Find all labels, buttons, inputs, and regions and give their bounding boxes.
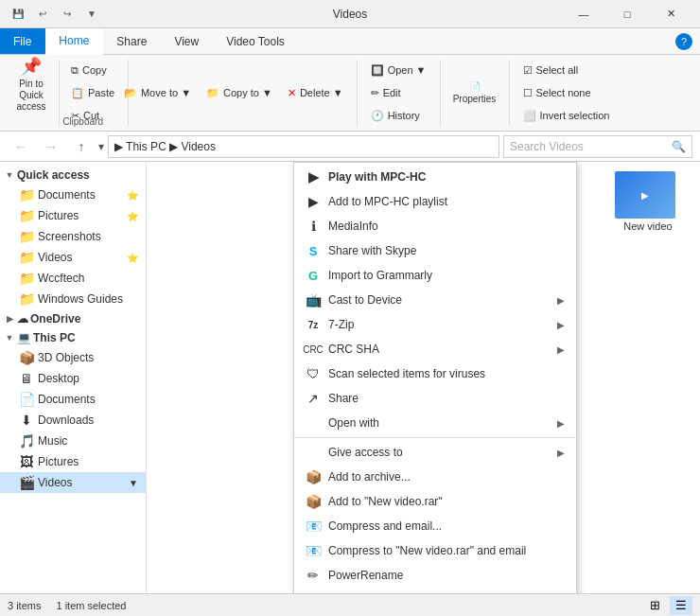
ctx-play-mpc[interactable]: ▶ Play with MPC-HC: [294, 165, 576, 189]
forward-btn[interactable]: →: [38, 135, 64, 158]
ctx-share[interactable]: ↗ Share: [294, 386, 576, 411]
add-mpc-icon: ▶: [306, 194, 321, 209]
history-btn[interactable]: 🕐 History: [365, 105, 432, 126]
od-expander: ▶: [4, 313, 15, 325]
help-btn[interactable]: ?: [675, 33, 692, 50]
status-bar: 3 items 1 item selected ⊞ ☰: [0, 593, 700, 616]
quick-undo-btn[interactable]: ↩: [32, 4, 53, 25]
close-btn[interactable]: ✕: [649, 0, 692, 28]
copy-to-btn[interactable]: 📁 Copy to ▼: [201, 82, 278, 103]
quick-redo-btn[interactable]: ↪: [57, 4, 78, 25]
select-all-btn[interactable]: ☑ Select all: [517, 60, 616, 80]
sidebar-item-pictures-pc[interactable]: 🖼 Pictures: [0, 451, 146, 472]
sidebar-item-wccftech[interactable]: 📁 Wccftech: [0, 268, 146, 289]
title-bar: 💾 ↩ ↪ ▼ Videos — □ ✕: [0, 0, 700, 28]
select-none-btn[interactable]: ☐ Select none: [517, 82, 616, 103]
file-item[interactable]: ▶ New video: [615, 171, 681, 232]
recent-locations-btn[interactable]: ▾: [98, 140, 104, 153]
sidebar-item-downloads[interactable]: ⬇ Downloads: [0, 410, 146, 431]
properties-main-btn[interactable]: 📄 Properties: [448, 64, 501, 121]
grid-view-btn[interactable]: ⊞: [643, 596, 666, 615]
ctx-cast[interactable]: 📺 Cast to Device ▶: [294, 288, 576, 312]
ribbon-content: 📌 Pin to Quick access ⧉ Copy 📋 Paste ✂ C…: [0, 55, 700, 131]
compress-rar-icon: 📧: [306, 543, 321, 558]
open-properties-btn[interactable]: 🔲 Open ▼: [365, 60, 432, 80]
windows-guides-icon: 📁: [19, 291, 34, 307]
tab-video-tools[interactable]: Video Tools: [213, 28, 299, 54]
sidebar-item-desktop[interactable]: 🖥 Desktop: [0, 368, 146, 389]
view-controls: ⊞ ☰: [643, 596, 692, 615]
give-access-arrow: ▶: [557, 448, 565, 458]
ctx-add-rar[interactable]: 📦 Add to "New video.rar": [294, 489, 576, 514]
move-icon: 📂: [124, 87, 137, 99]
ctx-compress-rar-email[interactable]: 📧 Compress to "New video.rar" and email: [294, 538, 576, 563]
ctx-sep-1: [294, 437, 576, 438]
list-view-btn[interactable]: ☰: [670, 596, 692, 615]
window-controls: — □ ✕: [562, 0, 692, 28]
window-title: Videos: [333, 8, 367, 21]
videos-qa-icon: 📁: [19, 250, 34, 265]
3d-icon: 📦: [19, 350, 34, 365]
ctx-mediainfo[interactable]: ℹ MediaInfo: [294, 214, 576, 238]
up-btn[interactable]: ↑: [68, 135, 95, 158]
computer-icon: 💻: [17, 331, 31, 344]
search-input[interactable]: Search Videos 🔍: [503, 135, 692, 158]
edit-icon: ✏: [371, 87, 379, 99]
quick-menu-btn[interactable]: ▼: [81, 4, 102, 25]
delete-icon: ✕: [288, 87, 296, 99]
onedrive-header[interactable]: ▶ ☁ OneDrive: [0, 309, 146, 328]
crc-arrow: ▶: [557, 344, 565, 355]
tab-file[interactable]: File: [0, 28, 45, 54]
sidebar-item-documents[interactable]: 📁 Documents ⭐: [0, 185, 146, 205]
sidebar-item-videos-qa[interactable]: 📁 Videos ⭐: [0, 247, 146, 268]
sidebar-item-windows-guides[interactable]: 📁 Windows Guides: [0, 289, 146, 309]
sidebar-item-3d[interactable]: 📦 3D Objects: [0, 347, 146, 368]
tab-view[interactable]: View: [161, 28, 213, 54]
ctx-add-archive[interactable]: 📦 Add to archive...: [294, 465, 576, 489]
minimize-btn[interactable]: —: [562, 0, 605, 28]
compress-icon: 📧: [306, 519, 321, 534]
ctx-grammarly[interactable]: G Import to Grammarly: [294, 263, 576, 288]
pictures-icon: 📁: [19, 208, 34, 223]
content-area: ▶ New video ▶ Play with MPC-HC ▶ Add to …: [147, 162, 700, 593]
quick-save-btn[interactable]: 💾: [8, 4, 28, 25]
sidebar-item-music[interactable]: 🎵 Music: [0, 431, 146, 451]
tab-share[interactable]: Share: [103, 28, 161, 54]
mediainfo-icon: ℹ: [306, 219, 321, 234]
edit-btn[interactable]: ✏ Edit: [365, 82, 432, 103]
invert-selection-btn[interactable]: ⬜ Invert selection: [517, 105, 616, 126]
ribbon: File Home Share View Video Tools ? 📌 Pin…: [0, 28, 700, 132]
ctx-scan[interactable]: 🛡 Scan selected items for viruses: [294, 361, 576, 386]
ctx-open-with[interactable]: Open with ▶: [294, 411, 576, 435]
quick-access-bar: 💾 ↩ ↪ ▼: [8, 4, 102, 25]
sidebar: ▼ Quick access 📁 Documents ⭐ 📁 Pictures …: [0, 162, 147, 593]
move-to-btn[interactable]: 📂 Move to ▼: [118, 82, 197, 103]
back-btn[interactable]: ←: [8, 135, 34, 158]
quick-access-header[interactable]: ▼ Quick access: [0, 166, 146, 185]
delete-btn[interactable]: ✕ Delete ▼: [282, 82, 349, 103]
ctx-power-rename[interactable]: ✏ PowerRename: [294, 563, 576, 588]
pin-quick-access-btn[interactable]: 📌 Pin to Quick access: [8, 60, 55, 109]
sidebar-item-pictures[interactable]: 📁 Pictures ⭐: [0, 205, 146, 226]
sidebar-item-videos[interactable]: 🎬 Videos ▼: [0, 472, 146, 493]
maximize-btn[interactable]: □: [605, 0, 649, 28]
tab-home[interactable]: Home: [45, 28, 103, 55]
screenshots-icon: 📁: [19, 229, 34, 244]
cast-arrow: ▶: [557, 295, 565, 306]
paste-icon: 📋: [71, 87, 84, 99]
share-icon: ↗: [306, 391, 321, 406]
properties-main-icon: 📄: [469, 81, 481, 92]
ctx-skype[interactable]: S Share with Skype: [294, 238, 576, 263]
ctx-give-access[interactable]: Give access to ▶: [294, 440, 576, 465]
search-icon: 🔍: [672, 140, 686, 153]
ctx-add-mpc[interactable]: ▶ Add to MPC-HC playlist: [294, 189, 576, 214]
this-pc-header[interactable]: ▼ 💻 This PC: [0, 328, 146, 347]
ctx-restore[interactable]: Restore previous versions: [294, 588, 576, 593]
ctx-7zip[interactable]: 7z 7-Zip ▶: [294, 312, 576, 337]
address-input[interactable]: ▶ This PC ▶ Videos: [108, 135, 499, 158]
sidebar-item-screenshots[interactable]: 📁 Screenshots: [0, 226, 146, 247]
sidebar-item-documents-pc[interactable]: 📄 Documents: [0, 389, 146, 410]
ctx-crc[interactable]: CRC CRC SHA ▶: [294, 337, 576, 361]
ctx-compress-email[interactable]: 📧 Compress and email...: [294, 514, 576, 538]
7zip-arrow: ▶: [557, 320, 565, 330]
